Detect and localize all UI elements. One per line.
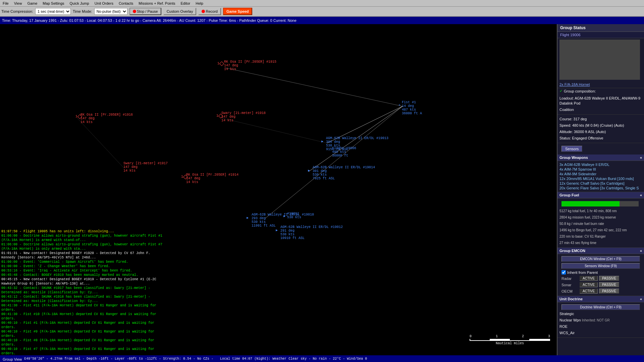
time-compression-select[interactable]: 1 sec (real-time) 5 sec 15 sec 30 sec 60… xyxy=(35,8,71,15)
svg-line-1 xyxy=(309,106,402,172)
log-entry: 00:43:32 - Contact: SKUNK #1917 has been… xyxy=(1,286,163,295)
label-19014: AGM-62B Walleye II ER/DL #19014301 deg53… xyxy=(313,166,375,180)
strategic-row: Strategic xyxy=(559,311,642,317)
panel-flight-id: Flight 19006 xyxy=(557,32,644,38)
menu-view[interactable]: View xyxy=(11,1,25,6)
svg-line-0 xyxy=(327,106,402,143)
menu-file[interactable]: File xyxy=(0,1,11,6)
svg-rect-12 xyxy=(559,63,640,80)
unit-19012[interactable]: ► xyxy=(276,229,278,232)
nuclear-label: Nuclear Wpn xyxy=(559,318,581,322)
time-mode-label: Time Mode: xyxy=(73,9,92,13)
menu-editor[interactable]: Editor xyxy=(178,1,193,6)
radar-passive-btn[interactable]: PASSIVE xyxy=(599,276,619,281)
group-composition-row: ✓ Group composition: xyxy=(557,88,644,94)
fuel-detail-row: 2804 kg mission fuel, 2323 kg reserve xyxy=(559,214,642,221)
weapon-item[interactable]: 3x AGM-62B Walleye II ER/DL xyxy=(559,162,642,167)
wcs-label: WCS_Air xyxy=(559,331,575,335)
sensors-window-button[interactable]: Sensors Window (F9) xyxy=(561,263,640,269)
weapon-item[interactable]: 4x AIM-7M Sparrow III xyxy=(559,167,642,172)
altitude-text: Altitude: 36000 ft ASL (Auto) xyxy=(559,129,642,135)
unit-1918[interactable]: 1 xyxy=(216,114,222,118)
label-19013: AGM-62B Walleye II ER/DL #19013306 deg53… xyxy=(326,136,388,151)
map-area[interactable]: 1 RK Osa II [Pr.205ER] #1915147 deg14 kt… xyxy=(0,24,557,355)
unit-19010[interactable]: ► xyxy=(247,216,249,220)
sonar-passive-btn[interactable]: PASSIVE xyxy=(599,282,619,287)
aircraft-type-link[interactable]: 2x F/A-18A Hornet xyxy=(559,82,590,86)
inherit-checkbox[interactable] xyxy=(561,270,566,275)
group-weapons-header[interactable]: Group Weapons « xyxy=(557,155,644,161)
fuel-details: 5127 kg total fuel, 1 hr 40 min, 808 nm2… xyxy=(559,208,642,246)
label-19010: AGM-62B Walleye II ER/DL #19010293 deg53… xyxy=(252,213,314,228)
stop-pause-button[interactable]: Stop / Pause xyxy=(129,8,161,15)
menu-game[interactable]: Game xyxy=(24,1,40,6)
menu-contacts[interactable]: Contacts xyxy=(116,1,136,6)
fuel-detail-row: 5127 kg total fuel, 1 hr 40 min, 808 nm xyxy=(559,208,642,214)
collapse-doctrine-icon: « xyxy=(640,297,642,301)
group-weapons-section: 3x AGM-62B Walleye II ER/DL4x AIM-7M Spa… xyxy=(557,161,644,192)
fuel-bar-background xyxy=(561,201,639,206)
label-1916: RK Osa II [Pr.205ER] #1916147 deg14 kts xyxy=(80,113,133,124)
menu-quick-jump[interactable]: Quick Jump xyxy=(67,1,92,6)
radar-active-btn[interactable]: ACTIVE xyxy=(580,276,598,281)
oecm-label: OECM xyxy=(561,289,578,293)
collapse-fuel-icon: « xyxy=(640,193,642,197)
weapon-item[interactable]: 12x Generic Chaff Salvo [5x Cartridges] xyxy=(559,181,642,186)
time-compression-label: Time Compression: xyxy=(1,9,33,13)
inherit-checkbox-row: Inherit from Parent xyxy=(559,269,642,275)
menu-missions[interactable]: Missions + Ref. Points xyxy=(136,1,178,6)
weapon-item[interactable]: 20x Generic Flare Salvo [3x Cartridges, … xyxy=(559,186,642,190)
doctrine-window-button[interactable]: Doctrine Window (Ctrl + F9) xyxy=(561,304,640,310)
log-entry: 00:45:48 - Contact: BOGEY #1919 has been… xyxy=(1,273,163,277)
map-lines xyxy=(0,24,557,355)
aircraft-image: Flight deck xyxy=(559,40,640,80)
weapons-list: 3x AGM-62B Walleye II ER/DL4x AIM-7M Spa… xyxy=(559,162,642,190)
nuclear-wpn-row: Nuclear Wpn Inherited: NOT GR xyxy=(559,317,642,323)
svg-line-2 xyxy=(265,106,402,219)
label-19012: AGM-62B Walleye II ER/DL #19012291 deg53… xyxy=(280,225,343,240)
oecm-active-btn[interactable]: ACTIVE xyxy=(580,289,598,294)
label-1918: Swary [21-meter] #1918147 deg14 kts xyxy=(221,111,266,122)
game-speed-button[interactable]: Game Speed xyxy=(223,8,252,15)
menu-help[interactable]: Help xyxy=(193,1,206,6)
group-emcon-section: EMCON Window (Ctrl + F9) Sensors Window … xyxy=(557,254,644,296)
oecm-row: OECM ACTIVE PASSIVE xyxy=(559,288,642,294)
emcon-window-button[interactable]: EMCON Window (Ctrl + F9) xyxy=(561,256,640,262)
unit-19014[interactable]: ► xyxy=(308,169,310,173)
loadout-text: Loadout: AGM-62B Walleye II ER/DL, AN/AW… xyxy=(559,95,642,107)
unit-1916[interactable]: 1 xyxy=(75,115,82,118)
log-entry: 00:40:10 - Fist #7 (F/A-18A Hornet) depa… xyxy=(1,347,163,355)
record-button[interactable]: Record xyxy=(198,8,221,15)
menu-unit-orders[interactable]: Unit Orders xyxy=(92,1,116,6)
group-fuel-header[interactable]: Group Fuel « xyxy=(557,192,644,198)
record-icon xyxy=(202,10,205,13)
speed-text: Speed: 480 kts (M 0.84) (Cruise) (Auto) xyxy=(559,122,642,129)
sonar-active-btn[interactable]: ACTIVE xyxy=(580,282,598,287)
panel-loadout: Loadout: AGM-62B Walleye II ER/DL, AN/AW… xyxy=(557,94,644,115)
roe-row: ROE xyxy=(559,323,642,330)
collapse-weapons-icon: « xyxy=(640,156,642,160)
unit-1915[interactable]: 1 xyxy=(217,62,223,65)
time-mode-select[interactable]: No-pulse (fast) Pulsed xyxy=(94,8,127,15)
panel-nav: Course: 317 deg Speed: 480 kts (M 0.84) … xyxy=(557,115,644,143)
svg-line-5 xyxy=(77,118,124,168)
svg-rect-6 xyxy=(559,40,640,80)
unit-1914[interactable]: 1 xyxy=(181,175,187,179)
svg-marker-8 xyxy=(593,46,606,60)
unit-19011[interactable]: ► xyxy=(283,215,285,218)
sensors-button[interactable]: Sensors xyxy=(561,146,582,152)
oecm-passive-btn[interactable]: PASSIVE xyxy=(599,289,619,294)
custom-overlay-button[interactable]: Custom Overlay xyxy=(163,8,197,15)
svg-line-3 xyxy=(225,68,402,106)
radar-row: Radar ACTIVE PASSIVE xyxy=(559,275,642,282)
log-entry: 00:40:10 - Fist #1 (F/A-18A Hornet) depa… xyxy=(1,321,163,329)
weapon-item[interactable]: 4x AIM-9M Sidewinder xyxy=(559,172,642,176)
unit-doctrine-header[interactable]: Unit Doctrine « xyxy=(557,296,644,302)
group-emcon-header[interactable]: Group EMCON « xyxy=(557,248,644,254)
unit-fist1[interactable]: ✈ xyxy=(398,103,400,107)
menu-map-settings[interactable]: Map Settings xyxy=(40,1,67,6)
sonar-label: Sonar xyxy=(561,283,578,287)
weapon-item[interactable]: 12x 20mm/85 M61A1 Vulcan Burst [100 rnds… xyxy=(559,176,642,181)
unit-19013[interactable]: ► xyxy=(321,140,323,143)
coalition-text: Coalition xyxy=(559,107,642,113)
